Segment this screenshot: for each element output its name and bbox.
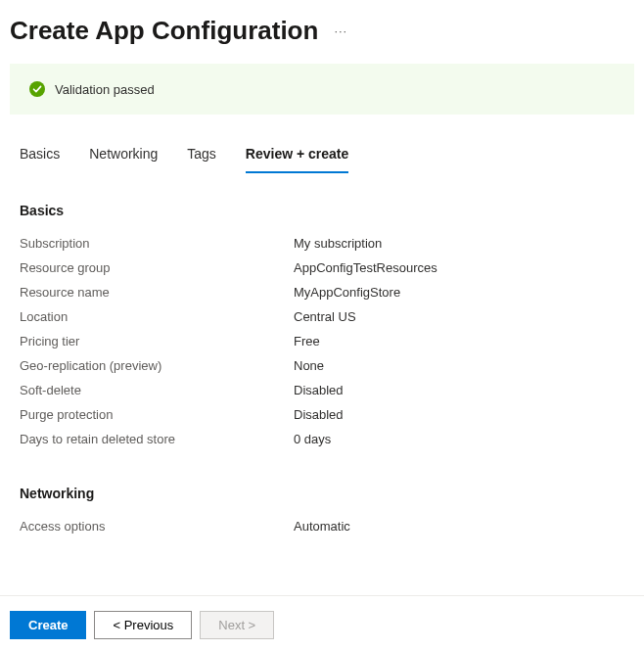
validation-banner: Validation passed [10, 64, 634, 115]
field-resource-group: Resource group AppConfigTestResources [20, 260, 624, 275]
field-subscription: Subscription My subscription [20, 236, 624, 251]
tab-networking[interactable]: Networking [89, 146, 158, 173]
create-button[interactable]: Create [10, 611, 86, 639]
field-label: Resource name [20, 285, 294, 300]
field-value: AppConfigTestResources [294, 260, 437, 275]
page-header: Create App Configuration ··· [0, 0, 644, 64]
field-label: Location [20, 309, 294, 324]
field-label: Soft-delete [20, 383, 294, 397]
tab-basics[interactable]: Basics [20, 146, 60, 173]
field-resource-name: Resource name MyAppConfigStore [20, 285, 624, 300]
field-label: Purge protection [20, 407, 294, 422]
footer-divider [0, 595, 644, 596]
field-access-options: Access options Automatic [20, 519, 624, 534]
field-label: Resource group [20, 260, 294, 275]
field-value: None [294, 358, 324, 373]
field-value: My subscription [294, 236, 382, 251]
svg-point-0 [29, 81, 45, 97]
field-label: Access options [20, 519, 294, 534]
field-label: Subscription [20, 236, 294, 251]
tab-bar: Basics Networking Tags Review + create [0, 146, 644, 173]
field-value: MyAppConfigStore [294, 285, 400, 300]
field-label: Days to retain deleted store [20, 432, 294, 446]
footer-actions: Create < Previous Next > [0, 599, 644, 651]
field-value: Disabled [294, 383, 344, 397]
field-soft-delete: Soft-delete Disabled [20, 383, 624, 397]
field-geo-replication: Geo-replication (preview) None [20, 358, 624, 373]
next-button: Next > [200, 611, 274, 639]
field-retain-days: Days to retain deleted store 0 days [20, 432, 624, 446]
tab-review-create[interactable]: Review + create [246, 146, 348, 173]
field-value: Automatic [294, 519, 350, 534]
field-label: Pricing tier [20, 334, 294, 349]
field-pricing: Pricing tier Free [20, 334, 624, 349]
review-content: Basics Subscription My subscription Reso… [0, 173, 644, 553]
field-value: 0 days [294, 432, 331, 446]
page-title: Create App Configuration [10, 16, 318, 46]
section-networking-title: Networking [20, 486, 624, 501]
validation-text: Validation passed [55, 82, 155, 97]
more-actions-button[interactable]: ··· [334, 23, 347, 38]
field-location: Location Central US [20, 309, 624, 324]
checkmark-circle-icon [29, 81, 45, 97]
field-purge-protection: Purge protection Disabled [20, 407, 624, 422]
tab-tags[interactable]: Tags [187, 146, 216, 173]
field-value: Free [294, 334, 320, 349]
section-basics-title: Basics [20, 203, 624, 218]
field-label: Geo-replication (preview) [20, 358, 294, 373]
field-value: Central US [294, 309, 356, 324]
previous-button[interactable]: < Previous [94, 611, 192, 639]
field-value: Disabled [294, 407, 344, 422]
